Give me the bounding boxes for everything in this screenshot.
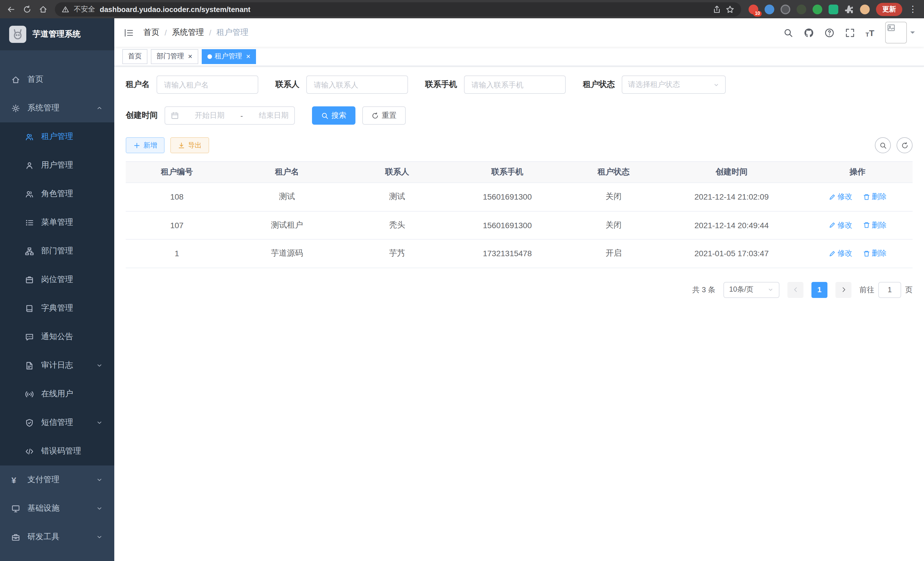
- breadcrumb-current: 租户管理: [217, 27, 249, 38]
- table-row: 1 芋道源码 芋艿 17321315478 开启 2021-01-05 17:0…: [126, 239, 913, 268]
- sidebar-item-error-code[interactable]: 错误码管理: [0, 437, 114, 465]
- sidebar-item-audit-log[interactable]: 审计日志: [0, 351, 114, 380]
- broken-image-icon: [885, 22, 907, 44]
- extension-icon-2[interactable]: [765, 4, 774, 14]
- extension-icon-1[interactable]: 10: [748, 4, 758, 14]
- sidebar-item-home[interactable]: 首页: [0, 65, 114, 94]
- tab-dept[interactable]: 部门管理 ×: [151, 49, 198, 64]
- delete-button[interactable]: 删除: [862, 248, 886, 259]
- sidebar-item-tenant[interactable]: 租户管理: [0, 122, 114, 151]
- sidebar-collapse-icon[interactable]: [123, 27, 134, 38]
- next-page-button[interactable]: [836, 282, 851, 298]
- breadcrumb-separator: /: [165, 28, 167, 37]
- sidebar-item-label: 错误码管理: [41, 446, 81, 456]
- app-logo[interactable]: 芋道管理系统: [0, 18, 114, 50]
- address-bar[interactable]: 不安全 dashboard.yudao.iocoder.cn/system/te…: [55, 2, 741, 16]
- refresh-table-button[interactable]: [897, 137, 913, 153]
- tenant-name-input[interactable]: [157, 75, 258, 94]
- chevron-right-icon: [840, 287, 847, 293]
- extension-icon-6[interactable]: [829, 4, 838, 14]
- sidebar-item-label: 首页: [27, 74, 44, 85]
- shield-icon: [25, 418, 34, 427]
- org-tree-icon: [25, 247, 34, 255]
- status-select[interactable]: 请选择租户状态: [622, 75, 726, 94]
- extension-badge: 10: [753, 11, 762, 16]
- status-text: 关闭: [566, 183, 661, 211]
- sidebar-item-dept[interactable]: 部门管理: [0, 237, 114, 265]
- menu-kebab-icon[interactable]: ⋮: [909, 4, 917, 14]
- sidebar-item-online-users[interactable]: 在线用户: [0, 380, 114, 408]
- fullscreen-icon[interactable]: [845, 28, 855, 38]
- back-icon[interactable]: [7, 5, 15, 14]
- font-size-icon[interactable]: TT: [866, 28, 874, 38]
- prev-page-button[interactable]: [788, 282, 803, 298]
- role-people-icon: [25, 190, 34, 198]
- trash-icon: [862, 221, 870, 229]
- main-area: 首页 / 系统管理 / 租户管理 TT: [114, 18, 924, 561]
- delete-button[interactable]: 删除: [862, 220, 886, 230]
- sidebar-item-post[interactable]: 岗位管理: [0, 265, 114, 294]
- sidebar-item-label: 用户管理: [41, 160, 73, 170]
- update-button[interactable]: 更新: [876, 3, 902, 16]
- sidebar-item-infrastructure[interactable]: 基础设施: [0, 494, 114, 523]
- extension-icon-4[interactable]: [796, 4, 806, 14]
- close-icon[interactable]: ×: [246, 53, 250, 60]
- book-icon: [25, 304, 34, 313]
- refresh-icon: [371, 112, 379, 119]
- sidebar-item-dev-tools[interactable]: 研发工具: [0, 523, 114, 551]
- search-icon[interactable]: [783, 28, 793, 38]
- search-button[interactable]: 搜索: [312, 106, 356, 125]
- toggle-search-button[interactable]: [875, 137, 891, 153]
- security-warning-icon[interactable]: [62, 5, 69, 13]
- close-icon[interactable]: ×: [188, 53, 192, 60]
- breadcrumb-home[interactable]: 首页: [143, 27, 159, 38]
- app-title: 芋道管理系统: [33, 29, 81, 39]
- extension-icon-3[interactable]: [781, 4, 790, 14]
- sidebar-item-notice[interactable]: 通知公告: [0, 323, 114, 351]
- delete-button[interactable]: 删除: [862, 192, 886, 202]
- tenant-name-label: 租户名: [126, 80, 150, 90]
- mobile-input[interactable]: [464, 75, 566, 94]
- help-icon[interactable]: [824, 28, 834, 38]
- bookmark-star-icon[interactable]: [726, 5, 734, 14]
- edit-button[interactable]: 修改: [828, 220, 852, 230]
- sidebar-item-sms[interactable]: 短信管理: [0, 408, 114, 437]
- sidebar-item-menu[interactable]: 菜单管理: [0, 208, 114, 237]
- extension-icon-5[interactable]: [813, 4, 822, 14]
- extensions-puzzle-icon[interactable]: [844, 5, 854, 14]
- sidebar-item-payment[interactable]: ¥ 支付管理: [0, 465, 114, 494]
- sidebar-item-user[interactable]: 用户管理: [0, 151, 114, 180]
- user-avatar[interactable]: [885, 22, 915, 44]
- page-size-select[interactable]: 10条/页: [723, 282, 779, 298]
- edit-button[interactable]: 修改: [828, 248, 852, 259]
- refresh-page-icon[interactable]: [23, 5, 32, 14]
- trash-icon: [862, 250, 870, 257]
- edit-button[interactable]: 修改: [828, 192, 852, 202]
- url-text: dashboard.yudao.iocoder.cn/system/tenant: [100, 5, 250, 14]
- add-button[interactable]: 新增: [126, 137, 165, 153]
- sidebar-item-dict[interactable]: 字典管理: [0, 294, 114, 323]
- create-time-range-picker[interactable]: 开始日期 - 结束日期: [165, 106, 295, 125]
- breadcrumb-system[interactable]: 系统管理: [172, 27, 204, 38]
- goto-label: 前往: [860, 284, 874, 295]
- pencil-icon: [828, 250, 836, 257]
- search-icon: [879, 141, 886, 149]
- gear-icon: [11, 104, 21, 112]
- profile-avatar-icon[interactable]: [860, 4, 870, 14]
- browser-home-icon[interactable]: [39, 5, 47, 14]
- reset-button[interactable]: 重置: [362, 106, 406, 125]
- share-icon[interactable]: [712, 5, 721, 14]
- tab-home[interactable]: 首页: [122, 49, 147, 64]
- page-unit-label: 页: [905, 284, 913, 295]
- sidebar-item-role[interactable]: 角色管理: [0, 180, 114, 208]
- github-icon[interactable]: [804, 28, 813, 38]
- sidebar-item-label: 字典管理: [41, 303, 73, 313]
- page-number-1[interactable]: 1: [812, 282, 827, 298]
- sidebar-item-system[interactable]: 系统管理: [0, 94, 114, 122]
- yen-icon: ¥: [11, 475, 21, 484]
- contact-input[interactable]: [306, 75, 408, 94]
- goto-page-input[interactable]: [878, 282, 901, 298]
- tab-tenant[interactable]: 租户管理 ×: [201, 49, 256, 64]
- export-button[interactable]: 导出: [170, 137, 209, 153]
- code-icon: [25, 447, 34, 456]
